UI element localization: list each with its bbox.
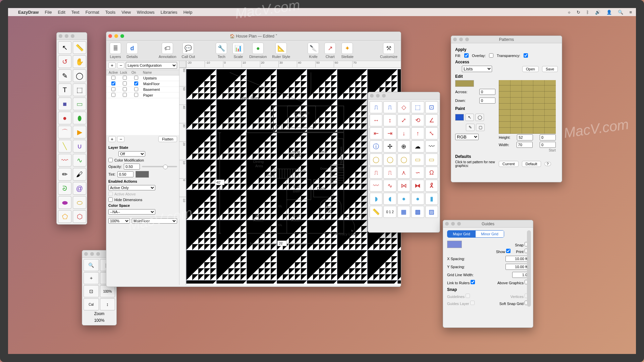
text-tool-icon[interactable]: T [58,83,71,96]
zoom-actual-icon[interactable]: 100% [100,285,115,297]
ribbon-icon[interactable]: 🎗 [425,180,438,192]
pentagon-tool-icon[interactable]: ⬠ [58,210,71,223]
brush-tool-icon[interactable]: 🖌 [73,168,86,181]
target-icon[interactable]: ⊕ [397,140,410,153]
menu-help[interactable]: Help [183,10,193,15]
stellate-button[interactable]: ✦Stellate [341,43,354,59]
circle-tool-icon[interactable]: ● [58,112,71,124]
zigzag-tool-icon[interactable]: ∿ [73,154,86,167]
layer-row[interactable]: Paper [106,93,179,98]
volume-icon[interactable]: 🔊 [595,10,600,15]
dim-icon[interactable]: ⤡ [425,127,438,139]
path-icon[interactable]: ⧓ [411,180,424,192]
cursor-mini-icon[interactable]: ↖ [465,114,474,121]
pattern-swatch[interactable] [455,80,474,87]
circle-mini-icon[interactable]: ◯ [475,114,484,121]
dim-icon[interactable]: ⇥ [383,127,396,139]
connector-icon[interactable]: ⬚ [411,101,424,113]
pattern-icon[interactable]: ▩ [411,206,424,218]
square-mini-icon[interactable]: ▢ [476,124,485,131]
pencil-tool-icon[interactable]: ✎ [58,69,71,82]
connector-icon[interactable]: ◇ [397,101,410,113]
layer-row[interactable]: Upstairs [106,75,179,81]
callout-icon[interactable]: ◯ [383,154,396,166]
callout-icon[interactable]: ▭ [425,154,438,166]
bluetooth-icon[interactable]: ᛒ [586,10,589,15]
zoom-area-icon[interactable]: 🔍 [84,259,99,271]
callout-icon[interactable]: ◯ [397,154,410,166]
lasso-tool-icon[interactable]: ◯ [73,69,86,82]
fill-icon[interactable]: ● [397,193,410,205]
x-spacing-field[interactable] [505,256,529,262]
fill-icon[interactable]: ◖ [383,193,396,205]
ruler-style-button[interactable]: 📐Ruler Style [272,43,290,59]
layers-button[interactable]: ≣Layers [110,43,121,59]
path-icon[interactable]: ⋈ [397,180,410,192]
cloud-icon[interactable]: ☁ [411,140,424,153]
line-tool-icon[interactable]: ╲ [58,140,71,153]
dim-icon[interactable]: ⇤ [370,127,382,139]
zoom-fit-icon[interactable]: ⊡ [84,285,99,297]
path-icon[interactable]: 〰 [370,180,382,192]
menu-view[interactable]: View [121,10,131,15]
tint-swatch[interactable] [136,171,149,178]
color-mod-checkbox[interactable] [108,158,113,162]
dim-icon[interactable]: ∠ [425,114,438,126]
dim-icon[interactable]: ⤢ [397,114,410,126]
dim-icon[interactable]: ↔ [370,114,382,126]
layer-row[interactable]: MainFloor [106,81,179,87]
callout-button[interactable]: 💬Call Out [182,43,195,59]
fill-icon[interactable]: ◗ [370,193,382,205]
tech-button[interactable]: 🔧Tech [216,43,227,59]
show-checkbox[interactable] [506,249,511,253]
down-field[interactable] [479,98,495,104]
zoom-height-icon[interactable]: ↕ [100,298,115,310]
enabled-actions-select[interactable]: Active Only [108,185,155,190]
menu-file[interactable]: File [45,10,52,15]
rgb-select[interactable]: RGB [455,134,479,140]
link-rulers-checkbox[interactable] [471,280,475,284]
spiral-tool-icon[interactable]: @ [73,182,86,195]
hand-tool-icon[interactable]: ✋ [73,55,86,68]
current-button[interactable]: Current [499,161,519,167]
dropbox-icon[interactable]: ⟐ [568,10,571,15]
menu-tools[interactable]: Tools [105,10,115,15]
ellipse-tool-icon[interactable]: ⬮ [73,112,86,124]
flatten-button[interactable]: Flatten [158,136,177,142]
tint-field[interactable] [117,171,133,177]
menu-format[interactable]: Format [86,10,99,15]
rect-select-tool-icon[interactable]: ⬚ [73,83,86,96]
inc-button[interactable]: + [108,136,116,142]
grid-color-swatch[interactable] [447,241,462,248]
y-spacing-field[interactable] [505,264,529,270]
transparency-checkbox[interactable] [524,53,528,58]
h2-field[interactable] [540,134,556,140]
blob-tool-icon[interactable]: ⬬ [58,196,71,209]
remove-layer-button[interactable]: − [117,62,124,68]
major-grid-tab[interactable]: Major Grid [447,231,476,237]
layer-select[interactable]: MainFloor [132,218,177,224]
dim-icon[interactable]: ↕ [383,114,396,126]
connector-icon[interactable]: ⎍ [383,101,396,113]
dim-icon[interactable]: ↑ [411,127,424,139]
notifications-icon[interactable]: ≡ [629,10,632,15]
color-swatch[interactable] [455,114,464,121]
layers-config-select[interactable]: Layers Configuration [126,62,177,69]
bezier-tool-icon[interactable]: ᘐ [58,182,71,195]
add-layer-button[interactable]: + [108,62,116,68]
save-button[interactable]: Save [542,66,558,72]
opacity-field[interactable] [124,164,140,170]
zoom-in-icon[interactable]: ＋ [84,272,99,284]
chart-button[interactable]: ↗Chart [324,43,336,59]
menu-windows[interactable]: Windows [137,10,155,15]
tape-tool-icon[interactable]: 📏 [73,41,86,54]
zoom-select[interactable]: 100% [108,218,130,224]
layer-row[interactable]: Basement [106,87,179,93]
overlay-checkbox[interactable] [489,53,493,58]
layer-state-select[interactable]: Off [118,151,145,157]
help-button[interactable]: ? [544,162,551,166]
connector-icon[interactable]: ⎍ [370,101,382,113]
spotlight-icon[interactable]: 🔍 [618,10,623,15]
details-button[interactable]: dDetails [126,43,138,59]
fill-icon[interactable]: ▮ [425,193,438,205]
